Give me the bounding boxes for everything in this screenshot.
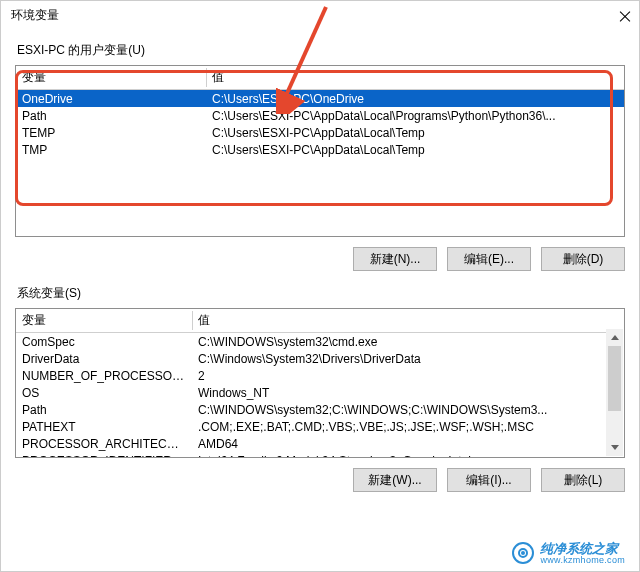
titlebar: 环境变量	[1, 1, 639, 30]
cell-value: AMD64	[192, 435, 607, 452]
cell-variable: OneDrive	[16, 90, 206, 107]
system-variables-label: 系统变量(S)	[17, 285, 625, 302]
user-buttons: 新建(N)... 编辑(E)... 删除(D)	[15, 247, 625, 271]
table-row[interactable]: PROCESSOR_ARCHITECTUREAMD64	[16, 435, 607, 452]
cell-variable: Path	[16, 401, 192, 418]
cell-variable: NUMBER_OF_PROCESSORS	[16, 367, 192, 384]
table-row[interactable]: TMPC:\Users\ESXI-PC\AppData\Local\Temp	[16, 141, 624, 158]
column-header-value[interactable]: 值	[206, 66, 624, 89]
cell-value: C:\Users\ESXI-PC\OneDrive	[206, 90, 624, 107]
table-row[interactable]: ComSpecC:\WINDOWS\system32\cmd.exe	[16, 333, 607, 350]
table-row[interactable]: OSWindows_NT	[16, 384, 607, 401]
cell-variable: OS	[16, 384, 192, 401]
cell-variable: PROCESSOR_ARCHITECTURE	[16, 435, 192, 452]
system-new-button[interactable]: 新建(W)...	[353, 468, 437, 492]
table-row[interactable]: OneDriveC:\Users\ESXI-PC\OneDrive	[16, 90, 624, 107]
list-header: 变量 值	[16, 66, 624, 90]
system-delete-button[interactable]: 删除(L)	[541, 468, 625, 492]
cell-variable: TMP	[16, 141, 206, 158]
table-row[interactable]: NUMBER_OF_PROCESSORS2	[16, 367, 607, 384]
cell-value: C:\WINDOWS\system32\cmd.exe	[192, 333, 607, 350]
scroll-track[interactable]	[606, 346, 623, 439]
scroll-thumb[interactable]	[608, 346, 621, 411]
cell-value: C:\Users\ESXI-PC\AppData\Local\Temp	[206, 141, 624, 158]
table-row[interactable]: TEMPC:\Users\ESXI-PC\AppData\Local\Temp	[16, 124, 624, 141]
env-vars-dialog: 环境变量 ESXI-PC 的用户变量(U) 变量 值 OneDriveC:\Us…	[0, 0, 640, 572]
user-edit-button[interactable]: 编辑(E)...	[447, 247, 531, 271]
cell-variable: PROCESSOR_IDENTIFIER	[16, 452, 192, 458]
user-new-button[interactable]: 新建(N)...	[353, 247, 437, 271]
cell-value: Intel64 Family 6 Model 94 Stepping 3, Ge…	[192, 452, 607, 458]
table-row[interactable]: PathC:\WINDOWS\system32;C:\WINDOWS;C:\WI…	[16, 401, 607, 418]
user-variables-group: ESXI-PC 的用户变量(U) 变量 值 OneDriveC:\Users\E…	[15, 42, 625, 271]
system-variables-group: 系统变量(S) 变量 值 ComSpecC:\WINDOWS\system32\…	[15, 285, 625, 492]
cell-variable: TEMP	[16, 124, 206, 141]
cell-value: C:\WINDOWS\system32;C:\WINDOWS;C:\WINDOW…	[192, 401, 607, 418]
user-variables-list[interactable]: 变量 值 OneDriveC:\Users\ESXI-PC\OneDrivePa…	[15, 65, 625, 237]
system-variables-list[interactable]: 变量 值 ComSpecC:\WINDOWS\system32\cmd.exeD…	[15, 308, 625, 458]
cell-variable: ComSpec	[16, 333, 192, 350]
user-variables-label: ESXI-PC 的用户变量(U)	[17, 42, 625, 59]
table-row[interactable]: DriverDataC:\Windows\System32\Drivers\Dr…	[16, 350, 607, 367]
scroll-down-icon[interactable]	[606, 439, 623, 456]
table-row[interactable]: PATHEXT.COM;.EXE;.BAT;.CMD;.VBS;.VBE;.JS…	[16, 418, 607, 435]
table-row[interactable]: PROCESSOR_IDENTIFIERIntel64 Family 6 Mod…	[16, 452, 607, 458]
table-row[interactable]: PathC:\Users\ESXI-PC\AppData\Local\Progr…	[16, 107, 624, 124]
system-edit-button[interactable]: 编辑(I)...	[447, 468, 531, 492]
vertical-scrollbar[interactable]	[606, 329, 623, 456]
cell-value: C:\Windows\System32\Drivers\DriverData	[192, 350, 607, 367]
window-title: 环境变量	[11, 7, 59, 24]
cell-value: C:\Users\ESXI-PC\AppData\Local\Temp	[206, 124, 624, 141]
list-header: 变量 值	[16, 309, 607, 333]
watermark-brand: 纯净系统之家	[540, 541, 618, 556]
watermark-url: www.kzmhome.com	[540, 556, 625, 565]
column-header-variable[interactable]: 变量	[16, 66, 206, 89]
cell-value: Windows_NT	[192, 384, 607, 401]
column-header-variable[interactable]: 变量	[16, 309, 192, 332]
close-icon[interactable]	[618, 10, 629, 21]
cell-value: C:\Users\ESXI-PC\AppData\Local\Programs\…	[206, 107, 624, 124]
cell-variable: PATHEXT	[16, 418, 192, 435]
cell-variable: DriverData	[16, 350, 192, 367]
scroll-up-icon[interactable]	[606, 329, 623, 346]
user-delete-button[interactable]: 删除(D)	[541, 247, 625, 271]
watermark-logo-icon	[512, 542, 534, 564]
column-header-value[interactable]: 值	[192, 309, 607, 332]
cell-value: .COM;.EXE;.BAT;.CMD;.VBS;.VBE;.JS;.JSE;.…	[192, 418, 607, 435]
watermark: 纯净系统之家 www.kzmhome.com	[512, 542, 625, 565]
cell-value: 2	[192, 367, 607, 384]
system-buttons: 新建(W)... 编辑(I)... 删除(L)	[15, 468, 625, 492]
cell-variable: Path	[16, 107, 206, 124]
